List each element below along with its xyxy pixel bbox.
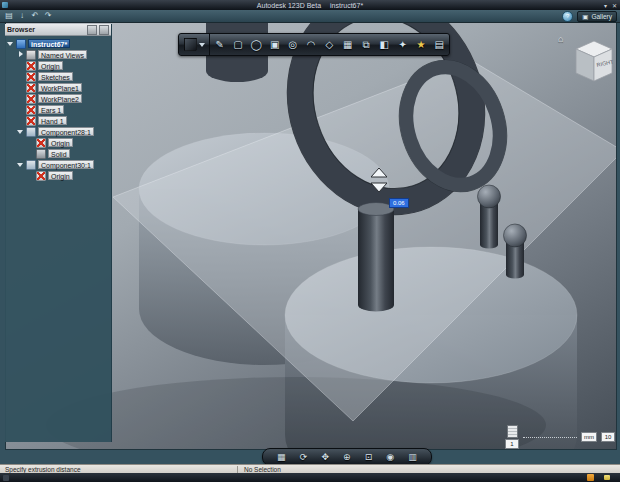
tool-box-icon[interactable]: ▢ <box>230 35 247 54</box>
orbit-icon[interactable]: ⟳ <box>300 450 308 464</box>
caret-down-icon[interactable] <box>17 161 24 168</box>
ball-pin-2-solid[interactable] <box>504 224 527 279</box>
caret-spacer <box>27 150 34 157</box>
tree-item-component30-origin[interactable]: Origin <box>5 170 111 181</box>
caret-right-icon[interactable] <box>17 51 24 58</box>
gallery-label: Gallery <box>591 12 612 21</box>
tree-item-label: WorkPlane2 <box>38 94 82 103</box>
view-cube-graphic[interactable]: RIGHT <box>570 36 616 84</box>
save-icon[interactable]: ↓ <box>17 11 27 21</box>
window-title: Autodesk 123D Beta instruct67* <box>257 2 363 9</box>
hidden-x-icon[interactable] <box>26 94 36 104</box>
ball-pin-1-solid[interactable] <box>478 185 501 249</box>
look-at-icon[interactable]: ◉ <box>386 450 394 464</box>
tree-item-label: Ears 1 <box>38 105 64 114</box>
tree-item-component28[interactable]: Component28:1 <box>5 126 111 137</box>
tool-favorite-icon[interactable]: ★ <box>412 35 429 54</box>
window-menu-caret-icon[interactable]: ▾ <box>604 2 607 9</box>
component-icon <box>26 127 36 137</box>
tree-item-label: Solid <box>48 149 70 158</box>
browser-options-icon[interactable] <box>87 25 97 35</box>
tree-item-origin[interactable]: Origin <box>5 60 111 71</box>
tree-item-component30[interactable]: Component30:1 <box>5 159 111 170</box>
help-button[interactable]: ? <box>562 11 573 22</box>
redo-icon[interactable]: ↷ <box>43 11 53 21</box>
hidden-x-icon[interactable] <box>26 61 36 71</box>
tree-item-label: Component30:1 <box>38 160 94 169</box>
extruded-peg-solid[interactable] <box>358 203 394 312</box>
nav-menu-icon[interactable]: ▦ <box>277 450 286 464</box>
tool-pattern-icon[interactable]: ▦ <box>339 35 356 54</box>
tree-item-component28-solid[interactable]: Solid <box>5 148 111 159</box>
tool-sketch-icon[interactable]: ✎ <box>211 35 228 54</box>
gallery-button[interactable]: ▣ Gallery <box>577 11 617 22</box>
named-views-icon <box>26 50 36 60</box>
document-title: instruct67* <box>330 2 363 9</box>
tool-cylinder-icon[interactable]: ▣ <box>266 35 283 54</box>
tree-item-workplane2[interactable]: WorkPlane2 <box>5 93 111 104</box>
toolbar-app-menu[interactable] <box>179 34 210 55</box>
tree-item-hand[interactable]: Hand 1 <box>5 115 111 126</box>
tree-item-label: Origin <box>48 138 73 147</box>
hidden-x-icon[interactable] <box>26 72 36 82</box>
title-bar: Autodesk 123D Beta instruct67* ▾ ✕ <box>0 0 620 10</box>
hidden-x-icon[interactable] <box>26 83 36 93</box>
modeling-toolbar: ✎ ▢ ◯ ▣ ◎ ◠ ◇ ▦ ⧉ ◧ ✦ ★ ▤ <box>178 33 450 56</box>
app-logo-icon <box>2 2 8 8</box>
tree-item-document-root[interactable]: instruct67* <box>5 38 111 49</box>
tool-folder-icon[interactable]: ▤ <box>431 35 448 54</box>
zoom-icon[interactable]: ⊕ <box>343 450 351 464</box>
chevron-down-icon <box>199 43 205 47</box>
scale-ticks[interactable] <box>523 436 577 438</box>
scale-unit[interactable]: mm <box>581 432 597 442</box>
tool-sweep-icon[interactable]: ◠ <box>303 35 320 54</box>
snap-increment-value[interactable]: 10 <box>601 432 615 442</box>
tool-fillet-icon[interactable]: ◇ <box>321 35 338 54</box>
hidden-x-icon[interactable] <box>26 116 36 126</box>
ruler-icon[interactable] <box>507 425 518 438</box>
quick-access-toolbar: ▤ ↓ ↶ ↷ <box>4 11 53 21</box>
scale-left-value[interactable]: 1 <box>505 439 519 449</box>
hidden-x-icon[interactable] <box>36 171 46 181</box>
fit-icon[interactable]: ⊡ <box>365 450 373 464</box>
scale-widget: 1 mm 10 <box>505 426 615 447</box>
pan-icon[interactable]: ✥ <box>321 450 329 464</box>
caret-down-icon[interactable] <box>17 128 24 135</box>
home-icon[interactable]: ⌂ <box>558 34 563 44</box>
tray-orange-icon[interactable] <box>587 474 594 481</box>
tree-item-label: Named Views <box>38 50 87 59</box>
tree-item-label: Hand 1 <box>38 116 67 125</box>
display-settings-icon[interactable]: ▥ <box>408 450 417 464</box>
tree-item-sketches[interactable]: Sketches <box>5 71 111 82</box>
tree-item-label: Origin <box>48 171 73 180</box>
tool-split-icon[interactable]: ◧ <box>376 35 393 54</box>
browser-tree: instruct67* Named Views Origin Sketches <box>5 36 111 181</box>
tree-item-ears[interactable]: Ears 1 <box>5 104 111 115</box>
gallery-icon: ▣ <box>582 12 588 21</box>
taskbar-app-icon[interactable] <box>3 475 9 481</box>
tool-combine-icon[interactable]: ⧉ <box>358 35 375 54</box>
view-cube[interactable]: ⌂ RIGHT <box>558 32 616 86</box>
cube-menu-icon <box>184 38 197 51</box>
app-menu-icon[interactable]: ▤ <box>4 11 14 21</box>
caret-spacer <box>27 172 34 179</box>
undo-icon[interactable]: ↶ <box>30 11 40 21</box>
extrusion-value-tooltip[interactable]: 0.06 <box>389 198 409 208</box>
tray-yellow-icon[interactable] <box>604 475 610 480</box>
tree-item-component28-origin[interactable]: Origin <box>5 137 111 148</box>
status-prompt: Specify extrusion distance <box>5 466 237 473</box>
tree-item-named-views[interactable]: Named Views <box>5 49 111 60</box>
window-close-icon[interactable]: ✕ <box>612 2 617 9</box>
tool-torus-icon[interactable]: ◎ <box>284 35 301 54</box>
hidden-x-icon[interactable] <box>36 138 46 148</box>
caret-down-icon[interactable] <box>7 40 14 47</box>
selection-status: No Selection <box>237 466 281 473</box>
hidden-x-icon[interactable] <box>26 105 36 115</box>
caret-spacer <box>17 84 24 91</box>
tool-material-icon[interactable]: ✦ <box>394 35 411 54</box>
tool-sphere-icon[interactable]: ◯ <box>248 35 265 54</box>
extrusion-drag-handle[interactable] <box>371 168 387 198</box>
browser-close-icon[interactable] <box>99 25 109 35</box>
tree-item-workplane1[interactable]: WorkPlane1 <box>5 82 111 93</box>
os-taskbar[interactable] <box>0 473 620 482</box>
